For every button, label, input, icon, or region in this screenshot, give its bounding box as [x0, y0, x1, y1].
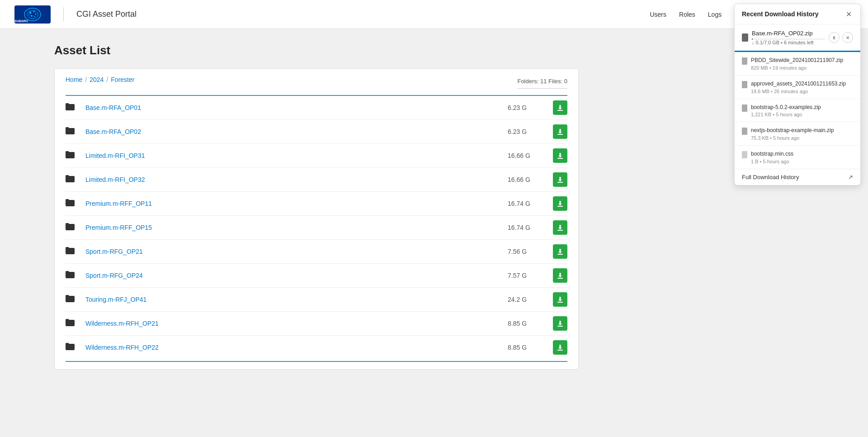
history-item-info: approved_assets_20241001211653.zip 19.6 … [751, 80, 853, 94]
asset-name[interactable]: Sport.m-RFG_OP21 [82, 248, 508, 255]
history-item-info: bootstrap-5.0.2-examples.zip 1,221 KB • … [751, 104, 853, 118]
history-item: PBDD_Sitewide_20241001211907.zip 820 MB … [735, 52, 860, 76]
asset-size: 16.66 G [508, 176, 553, 183]
history-filename: bootstrap.min.css [751, 150, 853, 158]
asset-download-button[interactable] [553, 196, 567, 211]
subaru-logo: SUBARU [14, 5, 51, 24]
table-row: Wilderness.m-RFH_OP22 8.85 G [66, 336, 567, 359]
history-item: approved_assets_20241001211653.zip 19.6 … [735, 76, 860, 99]
asset-download-button[interactable] [553, 316, 567, 331]
asset-download-button[interactable] [553, 292, 567, 307]
asset-download-button[interactable] [553, 268, 567, 283]
asset-name[interactable]: Base.m-RFA_OP02 [82, 128, 508, 135]
asset-size: 16.74 G [508, 224, 553, 231]
asset-size: 6.23 G [508, 128, 553, 135]
active-download: Base.m-RFA_OP02.zip ↓ 0.1/7.0 GB • 6 min… [735, 24, 860, 52]
asset-download-button[interactable] [553, 220, 567, 235]
breadcrumb-row: Home / 2024 / Forester Folders: 11 Files… [66, 76, 567, 96]
history-meta: 19.6 MB • 26 minutes ago [751, 89, 853, 94]
main-content: Asset List Home / 2024 / Forester Folder… [0, 29, 633, 384]
active-progress-text: ↓ 0.1/7.0 GB • 6 minutes left [752, 40, 825, 45]
asset-size: 7.57 G [508, 272, 553, 279]
panel-footer: Full Download History ↗ [735, 169, 860, 185]
svg-rect-19 [557, 326, 563, 327]
asset-name[interactable]: Sport.m-RFG_OP24 [82, 272, 508, 279]
dl-actions: ⏸ ✕ [829, 32, 853, 43]
asset-download-button[interactable] [553, 124, 567, 139]
folder-icon [66, 271, 82, 280]
folder-icon [66, 103, 82, 113]
history-file-icon [742, 128, 747, 135]
breadcrumb-sep-2: / [106, 76, 108, 83]
download-panel: Recent Download History ✕ Base.m-RFA_OP0… [734, 4, 861, 185]
asset-name[interactable]: Base.m-RFA_OP01 [82, 104, 508, 111]
cancel-button[interactable]: ✕ [842, 32, 853, 43]
app-title: CGI Asset Portal [76, 10, 137, 19]
table-row: Base.m-RFA_OP02 6.23 G [66, 120, 567, 144]
breadcrumb-current[interactable]: Forester [111, 76, 134, 83]
asset-name[interactable]: Wilderness.m-RFH_OP21 [82, 320, 508, 327]
asset-name[interactable]: Limited.m-RFI_OP31 [82, 152, 508, 159]
history-meta: 820 MB • 19 minutes ago [751, 65, 853, 71]
table-row: Premium.m-RFF_OP11 16.74 G [66, 192, 567, 216]
header-divider [63, 7, 64, 22]
history-filename: bootstrap-5.0.2-examples.zip [751, 104, 853, 111]
history-item-info: nextjs-bootstrap-example-main.zip 75.3 K… [751, 127, 853, 141]
folder-icon [66, 295, 82, 304]
nav-logs[interactable]: Logs [708, 11, 722, 18]
history-meta: 1 B • 5 hours ago [751, 159, 853, 164]
history-items: PBDD_Sitewide_20241001211907.zip 820 MB … [735, 52, 860, 169]
history-item-info: bootstrap.min.css 1 B • 5 hours ago [751, 150, 853, 164]
svg-point-4 [33, 11, 35, 13]
panel-header: Recent Download History ✕ [735, 4, 860, 24]
asset-name[interactable]: Premium.m-RFF_OP11 [82, 200, 508, 207]
table-row: Limited.m-RFI_OP32 16.66 G [66, 168, 567, 192]
page-title: Asset List [54, 43, 579, 57]
asset-size: 8.85 G [508, 344, 553, 351]
svg-rect-20 [557, 350, 563, 351]
history-file-icon [742, 104, 747, 112]
nav-roles[interactable]: Roles [679, 11, 695, 18]
svg-point-8 [28, 14, 29, 15]
asset-download-button[interactable] [553, 340, 567, 355]
asset-name[interactable]: Wilderness.m-RFH_OP22 [82, 344, 508, 351]
svg-point-3 [29, 11, 32, 14]
svg-point-5 [35, 13, 37, 14]
folder-icon [66, 175, 82, 185]
folder-icon [66, 223, 82, 233]
breadcrumb-year[interactable]: 2024 [90, 76, 104, 83]
panel-title: Recent Download History [742, 10, 819, 18]
svg-rect-17 [557, 278, 563, 279]
asset-name[interactable]: Touring.m-RFJ_OP41 [82, 296, 508, 303]
folder-icon [66, 151, 82, 161]
asset-size: 16.74 G [508, 200, 553, 207]
external-link-icon[interactable]: ↗ [848, 174, 853, 180]
pause-button[interactable]: ⏸ [829, 32, 840, 43]
folder-icon [66, 343, 82, 352]
active-file-icon [742, 33, 748, 42]
asset-name[interactable]: Premium.m-RFF_OP15 [82, 224, 508, 231]
asset-size: 24.2 G [508, 296, 553, 303]
full-history-link[interactable]: Full Download History [742, 174, 799, 180]
asset-table: Home / 2024 / Forester Folders: 11 Files… [54, 68, 579, 370]
history-file-icon [742, 57, 747, 65]
nav-users[interactable]: Users [650, 11, 666, 18]
asset-download-button[interactable] [553, 148, 567, 163]
breadcrumb-sep-1: / [85, 76, 87, 83]
svg-rect-15 [557, 230, 563, 231]
asset-download-button[interactable] [553, 100, 567, 115]
asset-download-button[interactable] [553, 244, 567, 259]
active-filename: Base.m-RFA_OP02.zip [752, 30, 825, 37]
logo-group: SUBARU CGI Asset Portal [14, 5, 137, 24]
history-item: bootstrap.min.css 1 B • 5 hours ago [735, 146, 860, 169]
asset-name[interactable]: Limited.m-RFI_OP32 [82, 176, 508, 183]
asset-download-button[interactable] [553, 172, 567, 187]
close-icon[interactable]: ✕ [844, 10, 853, 19]
folder-icon [66, 247, 82, 256]
breadcrumb-home[interactable]: Home [66, 76, 82, 83]
table-meta: Folders: 11 Files: 0 [517, 78, 567, 89]
svg-rect-11 [557, 134, 563, 135]
svg-point-6 [31, 15, 33, 17]
history-file-icon [742, 151, 747, 158]
history-meta: 1,221 KB • 5 hours ago [751, 112, 853, 117]
